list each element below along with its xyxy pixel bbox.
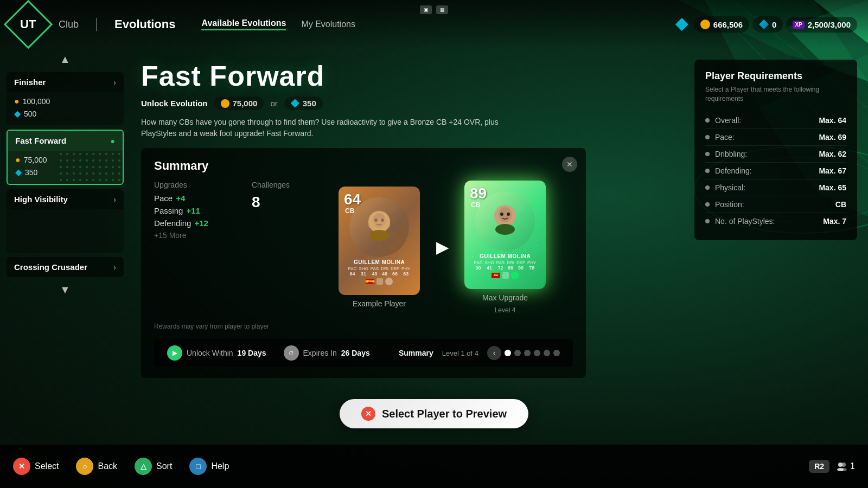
- challenges-count: 8: [252, 194, 306, 211]
- players-icon: [836, 461, 847, 472]
- sidebar-item-fast-forward-header: Fast Forward ●: [8, 131, 123, 151]
- unlock-icon: ▶: [167, 345, 182, 361]
- cards-area: 64 CB: [339, 181, 546, 314]
- x-button: ✕: [13, 458, 30, 475]
- sidebar-item-finisher-body: ● 100,000 ◆ 500: [7, 92, 124, 125]
- unlock-within-val: 19 Days: [238, 349, 266, 357]
- select-player-button[interactable]: ✕ Select Player to Preview: [340, 399, 528, 428]
- req-dot-position: [705, 202, 710, 207]
- back-action[interactable]: ○ Back: [76, 458, 117, 475]
- req-row-pace: Pace: Max. 69: [705, 129, 846, 146]
- fc-value: 0: [772, 20, 776, 29]
- sidebar-item-high-visibility-arrow: ›: [113, 195, 116, 204]
- max-spain-flag: 🇪🇸: [492, 273, 500, 278]
- finisher-cost-coins: ● 100,000: [14, 97, 116, 106]
- prog-nav-left[interactable]: ‹: [487, 346, 501, 360]
- bottom-bar: ✕ Select ○ Back △ Sort □ Help R2 1: [0, 445, 868, 488]
- cost-tokens-val: 350: [303, 99, 316, 108]
- sidebar-item-crossing-crusader-arrow: ›: [113, 263, 116, 272]
- req-dot-pace: [705, 135, 710, 139]
- xp-value: 2,500/3,000: [808, 20, 851, 29]
- max-upgrade-wrap: 89 CB: [464, 181, 546, 314]
- req-row-playstyles: No. of PlayStyles: Max. 7: [705, 213, 846, 229]
- req-row-defending: Defending: Max. 67: [705, 163, 846, 179]
- svg-point-26: [840, 468, 847, 471]
- max-upgrade-card: 89 CB: [464, 181, 546, 289]
- example-player-position: CB: [345, 207, 354, 215]
- max-upgrade-sublabel: Level 4: [495, 306, 516, 314]
- req-row-overall: Overall: Max. 64: [705, 112, 846, 129]
- example-player-stats: PAC64 SHO31 PAS49 DRI48 DEF66 PHY63: [348, 266, 411, 277]
- upgrades-label: Upgrades: [154, 181, 230, 189]
- sidebar-scroll-down[interactable]: ▼: [0, 279, 130, 300]
- select-action[interactable]: ✕ Select: [13, 458, 59, 475]
- example-player-wrap: 64 CB: [339, 187, 420, 308]
- cost-coins-pill: 75,000: [214, 97, 264, 110]
- max-club-icon: [502, 272, 509, 279]
- top-navigation: ▣ ▦ UT Club Evolutions Available Evoluti…: [0, 0, 868, 49]
- example-player-flags: 🇪🇸: [366, 278, 393, 285]
- ut-logo: UT: [4, 0, 53, 49]
- triangle-button: △: [135, 458, 152, 475]
- sidebar-item-high-visibility[interactable]: High Visibility ›: [7, 189, 124, 253]
- requirements-panel: Player Requirements Select a Player that…: [694, 60, 857, 240]
- main-content: Fast Forward Unlock Evolution 75,000 or …: [130, 49, 868, 445]
- sidebar-item-fast-forward[interactable]: Fast Forward ● ● 75,000 ◆ 350: [7, 130, 124, 185]
- sidebar-scroll-up[interactable]: ▲: [0, 49, 130, 70]
- nav-links: Club Evolutions Available Evolutions My …: [59, 17, 675, 31]
- coins-icon: [700, 20, 710, 29]
- nav-club[interactable]: Club: [59, 19, 79, 30]
- challenges-col: Challenges 8: [252, 181, 306, 314]
- progress-dots: ‹: [487, 346, 560, 360]
- summary-area: ✕ Summary Upgrades Pace +4 Passing +11 D…: [141, 148, 868, 378]
- svg-rect-16: [368, 219, 390, 228]
- fc-display: 0: [752, 16, 783, 33]
- summary-title: Summary: [154, 159, 573, 173]
- example-player-label: Example Player: [353, 299, 406, 308]
- players-count-val: 1: [850, 461, 855, 471]
- prog-dot-6: [553, 350, 560, 356]
- sidebar-item-fast-forward-label: Fast Forward: [15, 136, 66, 145]
- req-dot-defending: [705, 169, 710, 173]
- sidebar: ▲ Finisher › ● 100,000 ◆ 500 Fast Forwar…: [0, 49, 130, 445]
- level-progress: Summary Level 1 of 4 ‹: [399, 346, 560, 360]
- help-action[interactable]: □ Help: [189, 458, 229, 475]
- nav-evolutions[interactable]: Evolutions: [114, 17, 175, 31]
- req-row-dribbling: Dribbling: Max. 62: [705, 146, 846, 163]
- close-button[interactable]: ✕: [562, 157, 577, 172]
- rewards-note: Rewards may vary from player to player: [154, 323, 573, 330]
- unlock-within-item: ▶ Unlock Within 19 Days: [167, 345, 266, 361]
- expires-val: 26 Days: [341, 349, 370, 357]
- prog-dot-1: [505, 350, 511, 356]
- sidebar-item-crossing-crusader[interactable]: Crossing Crusader ›: [7, 257, 124, 277]
- evolution-desc: How many CBs have you gone through to fi…: [141, 117, 532, 139]
- cost-coins-val: 75,000: [233, 99, 258, 108]
- summary-body: Upgrades Pace +4 Passing +11 Defending +…: [154, 181, 573, 314]
- sort-action[interactable]: △ Sort: [135, 458, 172, 475]
- cost-tokens-pill: 350: [284, 97, 323, 110]
- svg-point-20: [500, 213, 503, 216]
- nav-my-evolutions[interactable]: My Evolutions: [301, 20, 355, 29]
- select-player-label: Select Player to Preview: [382, 408, 507, 420]
- sidebar-item-finisher-label: Finisher: [14, 78, 46, 87]
- max-extra-icon: [511, 272, 519, 279]
- fc-icon: [759, 20, 769, 29]
- max-upgrade-stats: PAC90 SHO41 PAS72 DRI66 DEF90 PHY78: [474, 260, 537, 271]
- svg-point-17: [369, 230, 389, 241]
- sidebar-item-finisher-header: Finisher ›: [7, 72, 124, 92]
- club-icon: [376, 278, 383, 285]
- sidebar-item-crossing-crusader-label: Crossing Crusader: [14, 262, 87, 272]
- xp-display: XP 2,500/3,000: [786, 17, 857, 33]
- sidebar-item-finisher[interactable]: Finisher › ● 100,000 ◆ 500: [7, 72, 124, 125]
- finisher-cost-tokens: ◆ 500: [14, 108, 116, 119]
- req-dot-playstyles: [705, 219, 710, 223]
- req-dot-physical: [705, 185, 710, 190]
- nav-available-evolutions[interactable]: Available Evolutions: [201, 18, 286, 30]
- filter-icon: [675, 18, 688, 31]
- players-count-display: 1: [836, 461, 855, 472]
- upgrade-pace: Pace +4: [154, 194, 230, 203]
- spain-flag: 🇪🇸: [366, 279, 374, 284]
- upgrade-passing: Passing +11: [154, 206, 230, 215]
- expires-item: ⏱ Expires In 26 Days: [284, 345, 370, 361]
- max-upgrade-flags: 🇪🇸: [492, 272, 519, 279]
